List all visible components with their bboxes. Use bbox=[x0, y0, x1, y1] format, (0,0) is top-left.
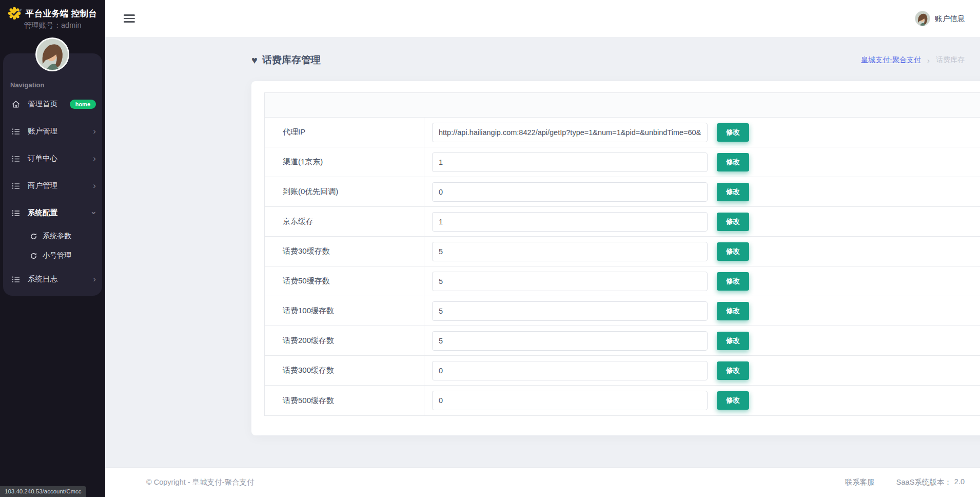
list-icon bbox=[11, 181, 21, 190]
modify-button[interactable]: 修改 bbox=[717, 213, 749, 231]
saas-version: SaaS系统版本：2.0 bbox=[896, 477, 965, 487]
account-info-label: 账户信息 bbox=[935, 14, 965, 24]
sidebar-item-system-params[interactable]: 系统参数 bbox=[3, 226, 102, 246]
value-input[interactable] bbox=[432, 331, 708, 351]
table-row: 话费100缓存数修改 bbox=[265, 296, 980, 326]
chevron-right-icon: › bbox=[93, 275, 96, 283]
modify-button[interactable]: 修改 bbox=[717, 242, 749, 261]
row-value-cell: 修改 bbox=[424, 237, 980, 266]
row-value-cell: 修改 bbox=[424, 266, 980, 296]
row-label: 话费30缓存数 bbox=[265, 237, 424, 266]
contact-support-link[interactable]: 联系客服 bbox=[845, 477, 875, 487]
sidebar-item-accounts[interactable]: 账户管理 › bbox=[3, 118, 102, 145]
row-value-cell: 修改 bbox=[424, 326, 980, 355]
account-info[interactable]: 账户信息 bbox=[915, 11, 965, 26]
app-title: 平台业务端 控制台 bbox=[26, 8, 97, 20]
hamburger-menu-icon[interactable] bbox=[124, 14, 136, 23]
sidebar-item-alt-accounts[interactable]: 小号管理 bbox=[3, 246, 102, 265]
status-url-tooltip: 103.40.240.53/account/Cmcc bbox=[0, 486, 86, 497]
table-row: 京东缓存修改 bbox=[265, 207, 980, 237]
row-label: 话费200缓存数 bbox=[265, 326, 424, 355]
row-value-cell: 修改 bbox=[424, 356, 980, 385]
config-table: 代理IP修改渠道(1京东)修改到账(0优先回调)修改京东缓存修改话费30缓存数修… bbox=[264, 92, 980, 416]
breadcrumb: 皇城支付-聚合支付 › 话费库存 bbox=[861, 55, 965, 65]
modify-button[interactable]: 修改 bbox=[717, 391, 749, 410]
logo-badge-icon bbox=[8, 6, 22, 22]
sidebar-item-label: 商户管理 bbox=[28, 181, 57, 190]
sidebar-item-label: 系统配置 bbox=[28, 208, 57, 218]
row-label: 话费500缓存数 bbox=[265, 386, 424, 415]
value-input[interactable] bbox=[432, 152, 708, 172]
sidebar-item-home[interactable]: 管理首页 home bbox=[3, 90, 102, 118]
row-value-cell: 修改 bbox=[424, 118, 980, 147]
sidebar-item-orders[interactable]: 订单中心 › bbox=[3, 145, 102, 172]
value-input[interactable] bbox=[432, 391, 708, 410]
list-icon bbox=[11, 275, 21, 284]
value-input[interactable] bbox=[432, 182, 708, 202]
table-row: 到账(0优先回调)修改 bbox=[265, 177, 980, 207]
sidebar: 平台业务端 控制台 管理账号：admin Navigation 管理首页 hom… bbox=[0, 0, 105, 497]
value-input[interactable] bbox=[432, 272, 708, 291]
sidebar-menu: 管理首页 home 账户管理 › 订单中心 › bbox=[3, 90, 102, 293]
sidebar-item-system-logs[interactable]: 系统日志 › bbox=[3, 265, 102, 293]
breadcrumb-current: 话费库存 bbox=[936, 55, 965, 65]
modify-button[interactable]: 修改 bbox=[717, 153, 749, 171]
config-card: 代理IP修改渠道(1京东)修改到账(0优先回调)修改京东缓存修改话费30缓存数修… bbox=[251, 81, 980, 435]
modify-button[interactable]: 修改 bbox=[717, 272, 749, 291]
footer: © Copyright - 皇城支付-聚合支付 联系客服 SaaS系统版本：2.… bbox=[105, 467, 980, 497]
modify-button[interactable]: 修改 bbox=[717, 302, 749, 320]
sidebar-item-system-config[interactable]: 系统配置 › bbox=[3, 199, 102, 226]
row-value-cell: 修改 bbox=[424, 207, 980, 236]
value-input[interactable] bbox=[432, 301, 708, 321]
heart-icon: ♥ bbox=[251, 55, 258, 65]
value-input[interactable] bbox=[432, 361, 708, 380]
value-input[interactable] bbox=[432, 242, 708, 261]
modify-button[interactable]: 修改 bbox=[717, 183, 749, 201]
table-row: 话费30缓存数修改 bbox=[265, 237, 980, 266]
row-value-cell: 修改 bbox=[424, 296, 980, 326]
avatar bbox=[915, 11, 930, 26]
row-label: 话费100缓存数 bbox=[265, 296, 424, 326]
breadcrumb-link[interactable]: 皇城支付-聚合支付 bbox=[861, 55, 921, 65]
breadcrumb-separator-icon: › bbox=[927, 56, 930, 65]
sidebar-item-label: 订单中心 bbox=[28, 154, 57, 163]
sidebar-item-label: 账户管理 bbox=[28, 126, 57, 136]
list-icon bbox=[11, 127, 21, 136]
modify-button[interactable]: 修改 bbox=[717, 361, 749, 380]
list-icon bbox=[11, 154, 21, 163]
sidebar-item-label: 系统日志 bbox=[28, 274, 57, 284]
table-row: 渠道(1京东)修改 bbox=[265, 147, 980, 177]
row-value-cell: 修改 bbox=[424, 386, 980, 415]
row-value-cell: 修改 bbox=[424, 177, 980, 206]
sidebar-item-label: 管理首页 bbox=[28, 99, 57, 109]
chevron-right-icon: › bbox=[93, 127, 96, 136]
chevron-right-icon: › bbox=[93, 154, 96, 163]
row-label: 到账(0优先回调) bbox=[265, 177, 424, 206]
chevron-down-icon: › bbox=[90, 212, 99, 215]
modify-button[interactable]: 修改 bbox=[717, 123, 749, 142]
refresh-icon bbox=[30, 233, 37, 240]
value-input[interactable] bbox=[432, 212, 708, 232]
app-logo[interactable]: 平台业务端 控制台 bbox=[0, 5, 105, 23]
table-row: 话费200缓存数修改 bbox=[265, 326, 980, 356]
page-title: ♥ 话费库存管理 bbox=[251, 53, 321, 67]
nav-section-header: Navigation bbox=[10, 81, 44, 89]
row-label: 代理IP bbox=[265, 118, 424, 147]
config-table-body: 代理IP修改渠道(1京东)修改到账(0优先回调)修改京东缓存修改话费30缓存数修… bbox=[265, 118, 980, 415]
sidebar-item-merchants[interactable]: 商户管理 › bbox=[3, 172, 102, 199]
admin-account-label: 管理账号：admin bbox=[0, 21, 105, 30]
row-label: 话费300缓存数 bbox=[265, 356, 424, 385]
main-content: 账户信息 ♥ 话费库存管理 皇城支付-聚合支付 › 话费库存 代理IP修改渠道(… bbox=[105, 0, 980, 497]
table-row: 话费50缓存数修改 bbox=[265, 266, 980, 296]
home-badge: home bbox=[70, 100, 96, 109]
refresh-icon bbox=[30, 252, 37, 260]
value-input[interactable] bbox=[432, 123, 708, 142]
page-head: ♥ 话费库存管理 皇城支付-聚合支付 › 话费库存 bbox=[251, 49, 965, 71]
table-row: 话费300缓存数修改 bbox=[265, 356, 980, 386]
table-row: 代理IP修改 bbox=[265, 118, 980, 147]
avatar bbox=[35, 37, 69, 71]
table-header-row bbox=[265, 93, 980, 118]
table-row: 话费500缓存数修改 bbox=[265, 386, 980, 415]
row-label: 渠道(1京东) bbox=[265, 147, 424, 177]
modify-button[interactable]: 修改 bbox=[717, 332, 749, 350]
